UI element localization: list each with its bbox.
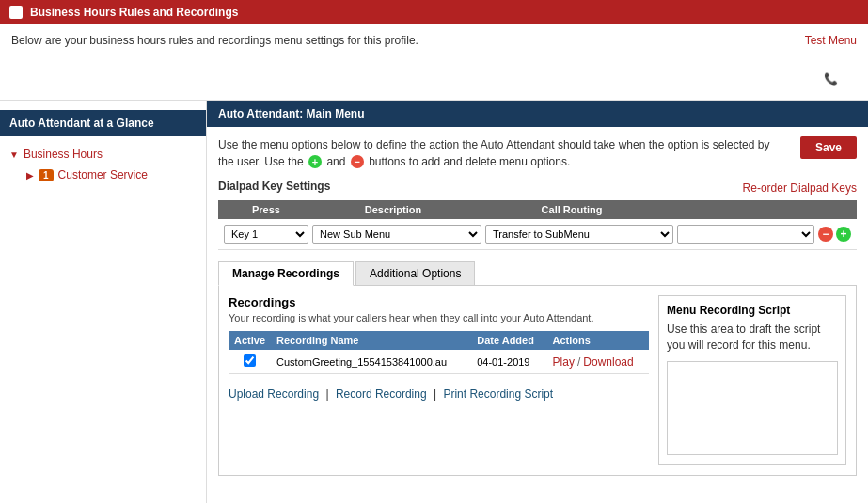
plus-icon: +	[308, 155, 322, 168]
reorder-link[interactable]: Re-order Dialpad Keys	[743, 181, 857, 195]
main-layout: Auto Attendant at a Glance ▼ Business Ho…	[0, 101, 868, 503]
actions-cell: Play / Download	[547, 350, 649, 374]
script-title: Menu Recording Script	[667, 304, 838, 317]
script-description: Use this area to draft the script you wi…	[667, 322, 838, 354]
routing-select[interactable]: Transfer to SubMenu	[485, 225, 673, 244]
desc-part2: buttons to add and delete menu options.	[369, 155, 570, 168]
date-added: 04-01-2019	[471, 350, 546, 374]
description-row: Use the menu options below to define the…	[218, 136, 857, 170]
window-icon	[9, 6, 23, 19]
recordings-panel: Recordings Your recording is what your c…	[218, 286, 857, 476]
key-actions: − +	[818, 227, 851, 242]
th-active: Active	[229, 331, 271, 350]
title-bar-text: Business Hours Rules and Recordings	[30, 6, 238, 19]
sidebar-header: Auto Attendant at a Glance	[0, 110, 206, 136]
play-link[interactable]: Play	[553, 355, 575, 369]
recordings-title: Recordings	[229, 295, 649, 309]
sidebar-item-label: Business Hours	[24, 148, 103, 161]
description-text: Use the menu options below to define the…	[218, 136, 782, 170]
th-actions: Actions	[547, 331, 649, 350]
dialpad-label: Dialpad Key Settings	[218, 180, 330, 193]
action-separator: /	[577, 355, 580, 369]
test-menu-link[interactable]: Test Menu	[805, 34, 857, 47]
desc-and: and	[326, 155, 345, 168]
save-button[interactable]: Save	[800, 136, 857, 159]
content-area: Auto Attendant: Main Menu Use the menu o…	[207, 101, 868, 503]
subitem-label: Customer Service	[58, 168, 148, 181]
title-bar: Business Hours Rules and Recordings	[0, 0, 868, 24]
link-sep-2: |	[434, 387, 436, 401]
dialpad-row: Dialpad Key Settings Re-order Dialpad Ke…	[218, 180, 857, 196]
key-select[interactable]: Key 1 Key 2 Key 3	[224, 225, 308, 244]
link-sep-1: |	[325, 387, 328, 401]
key-row: Key 1 Key 2 Key 3 New Sub Menu Transfer …	[218, 219, 857, 250]
tab-additional-options[interactable]: Additional Options	[355, 261, 475, 285]
th-routing: Call Routing	[478, 204, 666, 215]
recordings-left: Recordings Your recording is what your c…	[229, 295, 649, 465]
submenu-select[interactable]	[677, 225, 814, 244]
recordings-table: Active Recording Name Date Added Actions	[229, 331, 649, 374]
add-key-button[interactable]: +	[836, 227, 851, 242]
script-panel: Menu Recording Script Use this area to d…	[658, 295, 846, 465]
info-bar: Below are your business hours rules and …	[0, 24, 868, 101]
recording-links: Upload Recording | Record Recording | Pr…	[229, 387, 649, 401]
tab-manage-recordings[interactable]: Manage Recordings	[218, 261, 354, 286]
record-recording-link[interactable]: Record Recording	[336, 387, 427, 401]
th-rec-name: Recording Name	[271, 331, 471, 350]
top-right: Test Menu 📞	[805, 34, 857, 90]
minus-icon: −	[351, 155, 364, 168]
th-empty	[666, 204, 851, 215]
active-checkbox[interactable]	[244, 354, 256, 367]
sidebar-subitem-customer-service[interactable]: ▶ 1 Customer Service	[0, 165, 206, 185]
info-bar-text: Below are your business hours rules and …	[11, 34, 418, 47]
content-header: Auto Attendant: Main Menu	[207, 101, 868, 127]
table-header: Press Description Call Routing	[218, 200, 857, 219]
upload-recording-link[interactable]: Upload Recording	[229, 387, 319, 401]
sidebar-content: ▼ Business Hours ▶ 1 Customer Service	[0, 136, 206, 193]
expand-arrow-icon: ▼	[9, 149, 19, 160]
th-date-added: Date Added	[471, 331, 546, 350]
th-description: Description	[308, 204, 478, 215]
description-select[interactable]: New Sub Menu	[312, 225, 481, 244]
remove-key-button[interactable]: −	[818, 227, 833, 242]
recording-row: CustomGreeting_1554153841000.au 04-01-20…	[229, 350, 649, 374]
sidebar-item-business-hours[interactable]: ▼ Business Hours	[0, 144, 206, 165]
print-script-link[interactable]: Print Recording Script	[443, 387, 553, 401]
script-textarea[interactable]	[667, 361, 838, 455]
svg-text:📞: 📞	[824, 71, 838, 86]
tab-bar: Manage Recordings Additional Options	[218, 261, 857, 286]
content-body: Use the menu options below to define the…	[207, 127, 868, 485]
recording-name: CustomGreeting_1554153841000.au	[271, 350, 471, 374]
sidebar: Auto Attendant at a Glance ▼ Business Ho…	[0, 101, 207, 503]
active-checkbox-cell	[229, 350, 271, 374]
recordings-subtitle: Your recording is what your callers hear…	[229, 312, 649, 323]
download-link[interactable]: Download	[583, 355, 633, 369]
phone-icon: 📞	[813, 56, 847, 90]
subitem-badge: 1	[39, 169, 54, 181]
th-press: Press	[224, 204, 308, 215]
arrow-right-icon: ▶	[26, 170, 34, 181]
